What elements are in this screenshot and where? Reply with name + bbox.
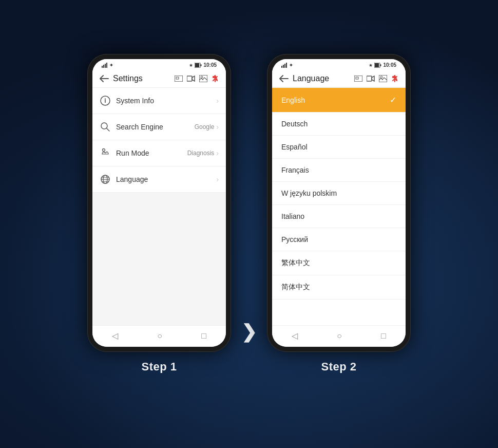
search-engine-chevron: › bbox=[216, 123, 219, 131]
svg-rect-2 bbox=[105, 64, 106, 68]
lang-espanol-label: Español bbox=[281, 143, 396, 151]
phone1-step-label: Step 1 bbox=[141, 360, 177, 374]
phone1: ✦ ★ 10:05 Settings bbox=[87, 54, 231, 352]
svg-rect-8 bbox=[176, 77, 179, 79]
system-info-chevron: › bbox=[216, 97, 219, 105]
search-engine-icon bbox=[100, 121, 111, 133]
phone1-icon-video bbox=[187, 76, 195, 82]
svg-rect-27 bbox=[375, 63, 379, 67]
svg-rect-23 bbox=[283, 65, 284, 68]
menu-item-system-info[interactable]: i System Info › bbox=[92, 88, 226, 114]
phone1-icon-bluetooth[interactable] bbox=[212, 75, 219, 82]
phone2-bluetooth: ★ bbox=[369, 63, 373, 68]
lang-item-francais[interactable]: Français bbox=[272, 159, 406, 182]
lang-russian-label: Русский bbox=[281, 235, 396, 244]
main-container: ✦ ★ 10:05 Settings bbox=[87, 54, 411, 394]
phone2-wrapper: ✦ ★ 10:05 Language bbox=[267, 54, 411, 374]
svg-rect-0 bbox=[102, 66, 103, 68]
lang-item-russian[interactable]: Русский bbox=[272, 228, 406, 251]
phone2-icon-image bbox=[379, 75, 387, 82]
phone1-nav-recents[interactable]: □ bbox=[201, 331, 206, 341]
phone2-header-icons bbox=[354, 75, 398, 82]
phone2-back-button[interactable] bbox=[279, 75, 289, 82]
lang-item-english[interactable]: English ✓ bbox=[272, 88, 406, 113]
phone1-back-button[interactable] bbox=[100, 75, 109, 82]
phone1-header-icons bbox=[175, 75, 219, 82]
svg-point-33 bbox=[380, 76, 382, 78]
run-mode-icon bbox=[100, 147, 111, 159]
phone2-icon-bluetooth[interactable] bbox=[391, 75, 398, 82]
svg-rect-22 bbox=[281, 66, 282, 68]
lang-item-italiano[interactable]: Italiano bbox=[272, 205, 406, 228]
phone2-nav-back[interactable]: ◁ bbox=[292, 331, 298, 341]
svg-rect-31 bbox=[367, 76, 372, 81]
svg-text:i: i bbox=[104, 97, 106, 104]
phone1-nav-bar: ◁ ○ □ bbox=[92, 325, 226, 347]
phone2-status-right: ★ 10:05 bbox=[369, 62, 396, 68]
lang-deutsch-label: Deutsch bbox=[281, 120, 396, 128]
phone2-screen: ✦ ★ 10:05 Language bbox=[272, 59, 406, 347]
phone1-wrapper: ✦ ★ 10:05 Settings bbox=[87, 54, 231, 374]
lang-item-polish[interactable]: W języku polskim bbox=[272, 182, 406, 205]
lang-trad-chinese-label: 繁体中文 bbox=[281, 258, 396, 268]
phone1-header-title: Settings bbox=[113, 74, 175, 83]
phone2-time: 10:05 bbox=[383, 62, 396, 68]
phone1-signal: ✦ bbox=[109, 63, 113, 68]
svg-rect-24 bbox=[284, 64, 285, 68]
menu-item-language[interactable]: Language › bbox=[92, 166, 226, 193]
system-info-icon: i bbox=[100, 95, 111, 106]
phone2-step-label: Step 2 bbox=[321, 360, 356, 374]
svg-rect-30 bbox=[356, 77, 358, 79]
phone1-menu-list: i System Info › Search Engine Google › bbox=[92, 88, 226, 325]
phone1-icon-screenshot bbox=[175, 76, 183, 82]
phone2-header-title: Language bbox=[293, 74, 354, 83]
search-engine-value: Google bbox=[195, 123, 215, 130]
phone1-nav-home[interactable]: ○ bbox=[157, 331, 162, 341]
phone2-nav-bar: ◁ ○ □ bbox=[272, 325, 406, 347]
phone2-nav-recents[interactable]: □ bbox=[381, 331, 386, 341]
run-mode-chevron: › bbox=[216, 149, 219, 157]
phone1-status-right: ★ 10:05 bbox=[189, 62, 217, 68]
svg-rect-5 bbox=[195, 63, 199, 67]
arrow-chevron-icon: ❯ bbox=[241, 321, 257, 343]
phone1-status-left: ✦ bbox=[102, 63, 113, 68]
phone2-header: Language bbox=[272, 70, 406, 88]
phone1-time: 10:05 bbox=[203, 62, 217, 68]
lang-simp-chinese-label: 简体中文 bbox=[281, 283, 396, 292]
phone2: ✦ ★ 10:05 Language bbox=[267, 54, 411, 352]
svg-rect-9 bbox=[187, 76, 192, 81]
phone2-status-left: ✦ bbox=[281, 63, 293, 68]
lang-item-deutsch[interactable]: Deutsch bbox=[272, 113, 406, 136]
phone2-nav-home[interactable]: ○ bbox=[337, 331, 342, 341]
phone1-status-bar: ✦ ★ 10:05 bbox=[92, 59, 226, 70]
phone1-icon-image bbox=[199, 75, 207, 82]
lang-english-label: English bbox=[281, 96, 390, 104]
lang-item-simplified-chinese[interactable]: 简体中文 bbox=[272, 275, 406, 300]
svg-rect-6 bbox=[201, 64, 202, 66]
search-engine-label: Search Engine bbox=[116, 123, 195, 131]
svg-rect-25 bbox=[286, 63, 287, 68]
phone2-status-bar: ✦ ★ 10:05 bbox=[272, 59, 406, 70]
lang-polish-label: W języku polskim bbox=[281, 189, 396, 197]
phone2-icon-video bbox=[367, 76, 375, 82]
svg-line-15 bbox=[107, 128, 109, 131]
menu-item-search-engine[interactable]: Search Engine Google › bbox=[92, 114, 226, 140]
phone2-language-list: English ✓ Deutsch Español Français W jęz… bbox=[272, 88, 406, 325]
svg-rect-28 bbox=[380, 64, 381, 66]
run-mode-label: Run Mode bbox=[116, 149, 187, 157]
phone2-icon-screenshot bbox=[354, 76, 362, 82]
phone1-bluetooth: ★ bbox=[189, 63, 193, 68]
lang-item-traditional-chinese[interactable]: 繁体中文 bbox=[272, 251, 406, 275]
phone1-screen: ✦ ★ 10:05 Settings bbox=[92, 59, 226, 347]
menu-item-run-mode[interactable]: Run Mode Diagnosis › bbox=[92, 140, 226, 166]
svg-rect-3 bbox=[106, 63, 107, 68]
phone1-nav-back[interactable]: ◁ bbox=[112, 331, 118, 341]
phone1-header: Settings bbox=[92, 70, 226, 88]
lang-english-check: ✓ bbox=[390, 95, 396, 105]
lang-italiano-label: Italiano bbox=[281, 212, 396, 220]
svg-point-14 bbox=[101, 123, 107, 129]
svg-point-16 bbox=[103, 149, 105, 152]
step-arrow: ❯ bbox=[241, 321, 257, 374]
language-label: Language bbox=[116, 175, 216, 183]
lang-item-espanol[interactable]: Español bbox=[272, 136, 406, 159]
